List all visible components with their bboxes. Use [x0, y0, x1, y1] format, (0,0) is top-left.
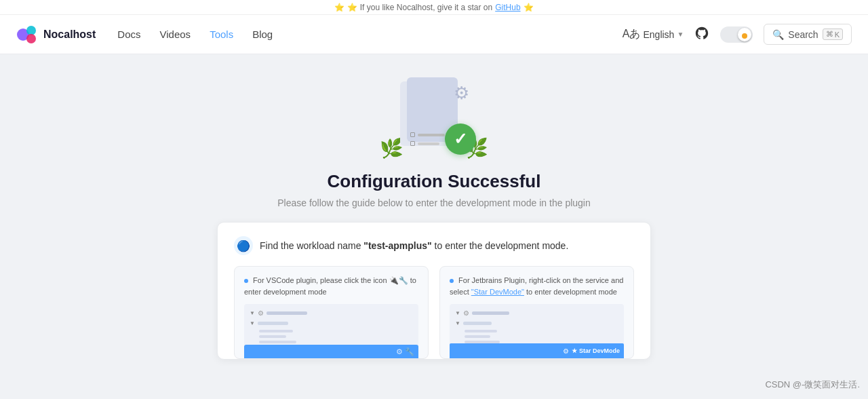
search-key-k: K	[835, 31, 840, 39]
search-label: Search	[788, 29, 818, 40]
vscode-plugin-desc: For VSCode plugin, please click the icon…	[244, 275, 418, 297]
svg-point-2	[26, 34, 36, 43]
guide-card: 🔵 Find the workload name "test-apmplus" …	[217, 222, 651, 360]
plugin-cards: For VSCode plugin, please click the icon…	[234, 266, 634, 359]
guide-title: Find the workload name "test-apmplus" to…	[260, 240, 568, 251]
checkbox-1	[410, 132, 415, 137]
sub-bar-1	[259, 330, 293, 332]
search-button[interactable]: 🔍 Search ⌘ K	[764, 24, 852, 45]
github-link[interactable]	[694, 26, 709, 43]
star-devmode-label: ★ Star DevMode	[572, 347, 620, 354]
top-banner: ⭐ ⭐ If you like Nocalhost, give it a sta…	[0, 0, 868, 15]
check-bar-2	[418, 142, 439, 145]
mock-bar-2	[258, 322, 288, 325]
jb-mock-row-2: ▼	[455, 320, 618, 326]
mock-sub-rows	[259, 330, 413, 343]
banner-link[interactable]: GitHub	[495, 3, 520, 12]
checkbox-2	[410, 141, 415, 146]
logo[interactable]: Nocalhost	[16, 24, 96, 45]
main-content: 🌿 🌿 ⚙ Configuration Succe	[0, 54, 868, 399]
banner-star-right: ⭐	[524, 3, 534, 12]
check-bar-1	[418, 134, 445, 136]
banner-star-left: ⭐	[334, 3, 344, 12]
language-selector[interactable]: Aあ English ▼	[623, 27, 684, 41]
nav-right: Aあ English ▼ 🔍 Search ⌘ K	[623, 24, 852, 45]
success-illustration: 🌿 🌿 ⚙	[373, 75, 495, 163]
guide-icon: 🔵	[234, 236, 253, 255]
jetbrains-mock-ui: ▼ ⚙ ▼ ⚙ ★ Star DevMod	[450, 304, 624, 358]
jb-arrow-icon: ▼	[455, 310, 460, 316]
page-title: Configuration Successful	[328, 171, 541, 192]
jb-arrow-icon-2: ▼	[455, 320, 460, 326]
gear-small-icon: ⚙	[258, 309, 264, 317]
vscode-mock-ui: ▼ ⚙ ▼ ⚙ 🔧	[244, 304, 418, 358]
jb-desc-suffix: to enter development mode	[526, 288, 617, 296]
mock-bar-1	[267, 311, 307, 315]
nav-docs[interactable]: Docs	[117, 28, 140, 40]
jb-mock-sub-rows	[465, 330, 618, 343]
sub-bar-2	[259, 335, 286, 338]
dot-icon	[244, 279, 248, 283]
toggle-knob	[738, 28, 751, 41]
jb-sub-bar-2	[465, 335, 490, 338]
search-icon: 🔍	[772, 29, 784, 40]
logo-text: Nocalhost	[43, 28, 96, 41]
jetbrains-action-bar: ⚙ ★ Star DevMode	[450, 343, 624, 358]
gear-icon: ⚙	[454, 83, 469, 104]
theme-toggle[interactable]	[720, 26, 753, 43]
chevron-down-icon: ▼	[677, 31, 684, 38]
success-checkmark	[445, 124, 476, 155]
jetbrains-plugin-desc: For Jetbrains Plugin, right-click on the…	[450, 275, 624, 297]
github-icon	[694, 26, 709, 41]
search-shortcut: ⌘ K	[823, 28, 843, 40]
guide-workload-name: "test-apmplus"	[363, 240, 431, 251]
csdn-watermark: CSDN @-微笑面对生活.	[765, 379, 860, 391]
jb-gear-icon: ⚙	[463, 309, 469, 317]
vscode-icon-inline: 🔌🔧	[389, 276, 408, 284]
nav-tools[interactable]: Tools	[210, 28, 233, 40]
nav-links: Docs Videos Tools Blog	[117, 28, 600, 40]
jetbrains-plugin-card: For Jetbrains Plugin, right-click on the…	[439, 266, 634, 359]
star-dev-gear-icon: ⚙	[563, 347, 569, 355]
action-gear-icon: ⚙ 🔧	[396, 347, 414, 356]
lang-label: English	[643, 29, 674, 40]
jb-mock-row-1: ▼ ⚙	[455, 309, 618, 317]
star-devmode-link[interactable]: "Star DevMode"	[471, 288, 524, 296]
dot-icon-jb	[450, 279, 454, 283]
arrow-icon-2: ▼	[250, 320, 255, 326]
guide-header: 🔵 Find the workload name "test-apmplus" …	[234, 236, 634, 255]
vscode-desc-text: For VSCode plugin, please click the icon	[253, 276, 389, 284]
sub-bar-3	[259, 341, 296, 343]
guide-text-prefix: Find the workload name	[260, 240, 363, 251]
banner-text: ⭐ If you like Nocalhost, give it a star …	[347, 3, 492, 12]
vscode-plugin-card: For VSCode plugin, please click the icon…	[234, 266, 429, 359]
toggle-dot	[742, 33, 747, 39]
vscode-action-bar: ⚙ 🔧	[244, 345, 418, 358]
guide-text-suffix: to enter the development mode.	[435, 240, 569, 251]
mock-row-1: ▼ ⚙	[250, 309, 413, 317]
logo-icon	[16, 24, 38, 45]
mock-row-2: ▼	[250, 320, 413, 326]
arrow-icon: ▼	[250, 310, 255, 316]
jb-sub-bar-1	[465, 330, 497, 332]
jb-mock-bar-2	[463, 322, 492, 325]
lang-icon: Aあ	[623, 27, 641, 41]
jb-mock-bar-1	[472, 311, 509, 315]
svg-point-1	[26, 26, 36, 35]
nav-videos[interactable]: Videos	[160, 28, 191, 40]
page-subtitle: Please follow the guide below to enter t…	[277, 197, 591, 208]
search-key-cmd: ⌘	[826, 30, 833, 39]
nav-blog[interactable]: Blog	[252, 28, 273, 40]
checklist	[410, 132, 445, 146]
navbar: Nocalhost Docs Videos Tools Blog Aあ Engl…	[0, 15, 868, 54]
